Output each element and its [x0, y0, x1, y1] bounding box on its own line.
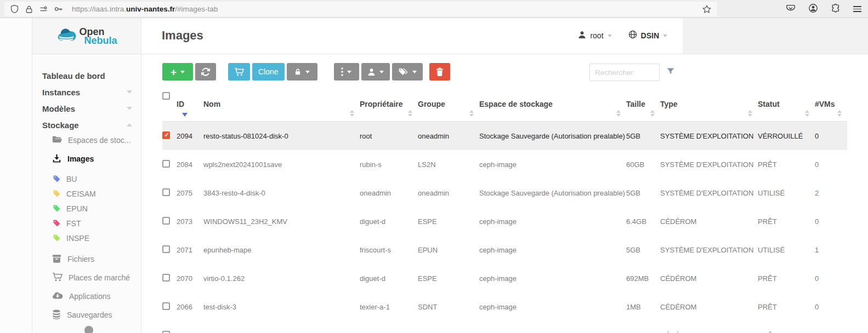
- sort-icon[interactable]: [616, 110, 621, 117]
- row-checkbox[interactable]: [162, 160, 170, 168]
- clone-button[interactable]: Clone: [252, 63, 285, 81]
- column-header-vms[interactable]: #VMs: [815, 88, 847, 121]
- url-prefix: https://iaas.intra.: [72, 5, 126, 13]
- sort-icon[interactable]: [408, 110, 412, 117]
- cell-name: resto-status-081024-disk-0: [203, 132, 360, 140]
- row-checkbox[interactable]: [162, 217, 170, 225]
- tag-icon: [53, 219, 61, 227]
- sort-icon[interactable]: [837, 110, 842, 117]
- sidebar-item-tag-fst[interactable]: FST: [32, 216, 141, 231]
- sort-icon[interactable]: [805, 110, 809, 117]
- bookmark-star-icon[interactable]: [702, 4, 712, 14]
- row-checkbox[interactable]: [162, 274, 170, 282]
- tag-label: EPUN: [66, 204, 88, 213]
- url-bar[interactable]: https://iaas.intra.univ-nantes.fr/#image…: [4, 2, 717, 16]
- shield-icon[interactable]: [10, 4, 19, 14]
- sort-icon[interactable]: [350, 110, 354, 117]
- logo-text: OpenNebula: [79, 27, 117, 45]
- user-icon: [578, 31, 586, 41]
- permissions-icon[interactable]: [39, 4, 48, 14]
- sort-icon[interactable]: [650, 110, 655, 117]
- row-checkbox[interactable]: [162, 331, 170, 333]
- lock-dropdown-button[interactable]: [287, 63, 317, 81]
- sidebar-item-images[interactable]: Images: [32, 152, 141, 166]
- table-row[interactable]: 2094 resto-status-081024-disk-0 root one…: [162, 122, 847, 150]
- column-header-owner[interactable]: Propriétaire: [360, 88, 418, 121]
- cell-name: 3843-resto-4-disk-0: [203, 189, 360, 197]
- table-row[interactable]: 2066 test-disk-3 texier-a-1 SDNT ceph-im…: [162, 292, 847, 321]
- pocket-icon[interactable]: [786, 3, 796, 15]
- select-all-checkbox[interactable]: [162, 92, 170, 100]
- cell-group: oneadmin: [418, 189, 479, 197]
- row-checkbox[interactable]: [162, 245, 170, 253]
- cell-name: test-disk-2: [203, 331, 360, 333]
- sidebar-item-dashboard[interactable]: Tableau de bord: [32, 67, 141, 84]
- column-header-type[interactable]: Type: [660, 88, 758, 121]
- table-row[interactable]: 2065 test-disk-2 texier-a-1 SDNT ceph-im…: [162, 321, 847, 333]
- key-icon[interactable]: [54, 4, 63, 14]
- create-image-button[interactable]: +: [162, 63, 193, 81]
- tag-label: FST: [66, 219, 81, 228]
- filter-funnel-icon[interactable]: [666, 67, 675, 78]
- chevron-down-icon: [305, 71, 310, 73]
- table-row[interactable]: 2070 virtio-0.1.262 diguet-d ESPE ceph-i…: [162, 264, 847, 292]
- menu-hamburger-icon[interactable]: [853, 5, 861, 14]
- sidebar-item-tag-inspe[interactable]: INSPE: [32, 231, 141, 245]
- refresh-button[interactable]: [195, 63, 216, 81]
- cell-id: 2070: [177, 274, 203, 283]
- delete-button[interactable]: [429, 63, 450, 81]
- cell-type: CÉDÉROM: [660, 331, 758, 333]
- column-header-group[interactable]: Groupe: [418, 88, 479, 121]
- row-checkbox[interactable]: [162, 131, 170, 139]
- chevron-down-icon: [127, 90, 132, 94]
- sidebar-item-tag-bu[interactable]: BU: [32, 171, 141, 186]
- cell-status: VÉRROUILLÉ: [758, 132, 815, 140]
- ownership-dropdown-button[interactable]: [361, 63, 390, 81]
- cell-datastore: Stockage Sauvegarde (Autorisation preala…: [479, 189, 626, 197]
- sidebar-item-apps[interactable]: Applications: [32, 287, 141, 306]
- cell-type: CÉDÉROM: [660, 303, 758, 311]
- marketplace-cart-button[interactable]: [228, 63, 250, 81]
- sidebar-item-datastores[interactable]: Espaces de stoc...: [32, 133, 141, 147]
- table-row[interactable]: 2084 wpls2next20241001save rubin-s LS2N …: [162, 150, 847, 179]
- extensions-puzzle-icon[interactable]: [831, 3, 841, 15]
- more-actions-dropdown-button[interactable]: [334, 63, 359, 81]
- sidebar-item-templates[interactable]: Modèles: [32, 100, 141, 117]
- labels-dropdown-button[interactable]: [392, 63, 423, 81]
- chevron-down-icon: [347, 71, 351, 73]
- tag-label: BU: [66, 175, 77, 183]
- sidebar-item-tag-epun[interactable]: EPUN: [32, 201, 141, 216]
- sort-icon[interactable]: [748, 110, 752, 117]
- sort-icon[interactable]: [469, 110, 474, 117]
- sidebar-item-files[interactable]: Fichiers: [32, 250, 141, 268]
- row-checkbox[interactable]: [162, 302, 170, 310]
- row-checkbox[interactable]: [162, 188, 170, 196]
- search-input[interactable]: [589, 64, 660, 81]
- lock-icon[interactable]: [25, 5, 33, 14]
- table-row[interactable]: 2073 WINDOWS11_23H2_KMV diguet-d ESPE ce…: [162, 207, 847, 236]
- zone-menu[interactable]: DSIN: [628, 30, 667, 41]
- sidebar-item-backups[interactable]: Sauvegardes: [32, 306, 141, 324]
- column-header-status[interactable]: Statut: [758, 88, 815, 121]
- column-header-size[interactable]: Taille: [626, 88, 660, 121]
- table-row[interactable]: 2075 3843-resto-4-disk-0 oneadmin oneadm…: [162, 179, 847, 207]
- column-header-id[interactable]: ID: [177, 88, 203, 121]
- sidebar-item-storage[interactable]: Stockage: [32, 117, 141, 133]
- cell-id: 2094: [177, 132, 203, 140]
- cell-type: SYSTÈME D'EXPLOITATION: [660, 246, 758, 254]
- tag-icon: [53, 204, 61, 213]
- url-domain: univ-nantes.fr: [126, 5, 175, 13]
- column-header-datastore[interactable]: Espace de stockage: [479, 88, 626, 121]
- opennebula-logo[interactable]: OpenNebula: [32, 18, 141, 54]
- column-header-name[interactable]: Nom: [203, 88, 360, 121]
- cloud-download-icon: [52, 291, 63, 301]
- cell-type: SYSTÈME D'EXPLOITATION: [660, 160, 758, 169]
- sidebar-item-tag-ceisam[interactable]: CEISAM: [32, 186, 141, 201]
- cell-vms: 2: [815, 189, 847, 197]
- table-row[interactable]: 2071 epunheb-mape friscourt-s EPUN ceph-…: [162, 236, 847, 264]
- sidebar-item-instances[interactable]: Instances: [32, 84, 141, 100]
- user-menu[interactable]: root: [578, 31, 611, 41]
- url-text[interactable]: https://iaas.intra.univ-nantes.fr/#image…: [72, 5, 218, 13]
- account-icon[interactable]: [808, 3, 818, 15]
- sidebar-item-marketplaces[interactable]: Places de marché: [32, 268, 141, 287]
